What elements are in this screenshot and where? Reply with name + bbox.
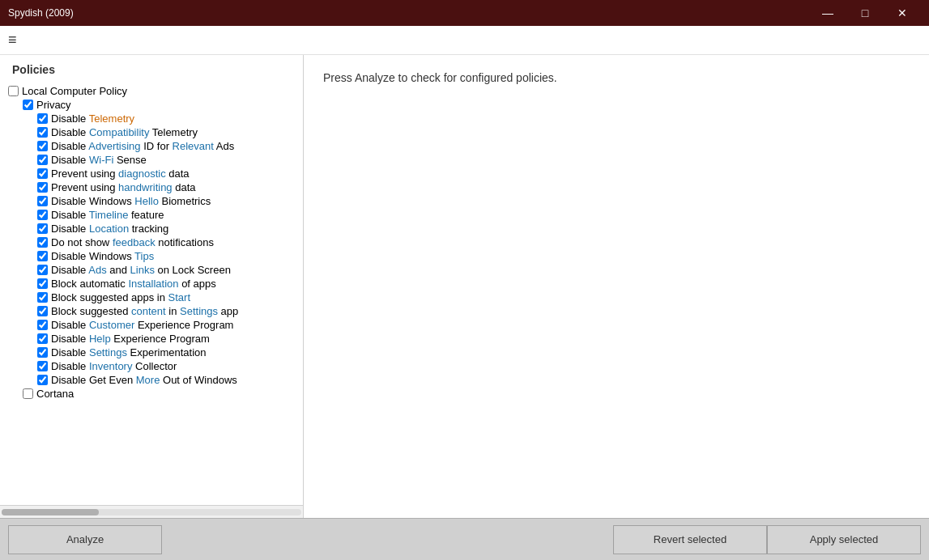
tree-item[interactable]: Disable Get Even More Out of Windows xyxy=(6,373,296,387)
policy-checkbox[interactable] xyxy=(37,375,48,385)
policy-tree[interactable]: Local Computer PolicyPrivacyDisable Tele… xyxy=(0,81,303,505)
tree-item[interactable]: Disable Timeline feature xyxy=(6,208,296,222)
analyze-prompt: Press Analyze to check for configured po… xyxy=(323,71,910,84)
tree-item[interactable]: Disable Wi-Fi Sense xyxy=(6,153,296,167)
policy-checkbox[interactable] xyxy=(23,388,33,399)
hscroll-thumb xyxy=(2,509,99,515)
policy-checkbox[interactable] xyxy=(37,113,48,124)
policy-checkbox[interactable] xyxy=(37,127,48,138)
tree-item[interactable]: Disable Ads and Links on Lock Screen xyxy=(6,263,296,277)
hscroll-track xyxy=(2,509,301,515)
policy-checkbox[interactable] xyxy=(37,251,48,261)
policy-checkbox[interactable] xyxy=(37,141,48,151)
revert-selected-button[interactable]: Revert selected xyxy=(613,525,767,554)
bottom-bar: Analyze Revert selected Apply selected xyxy=(0,518,929,560)
tree-item[interactable]: Disable Settings Experimentation xyxy=(6,346,296,359)
main-content: Policies Local Computer PolicyPrivacyDis… xyxy=(0,55,929,518)
policy-checkbox[interactable] xyxy=(37,347,48,358)
app-container: ≡ Policies Local Computer PolicyPrivacyD… xyxy=(0,26,929,560)
tree-item[interactable]: Disable Telemetry xyxy=(6,112,296,125)
tree-item[interactable]: Disable Compatibility Telemetry xyxy=(6,125,296,139)
policy-checkbox[interactable] xyxy=(37,168,48,179)
policy-checkbox[interactable] xyxy=(37,361,48,371)
tree-item[interactable]: Local Computer Policy xyxy=(6,84,296,98)
horizontal-scrollbar[interactable] xyxy=(0,505,303,518)
tree-item[interactable]: Block suggested apps in Start xyxy=(6,291,296,304)
menu-bar: ≡ xyxy=(0,26,929,55)
policies-header: Policies xyxy=(0,55,303,81)
hamburger-icon[interactable]: ≡ xyxy=(8,32,17,49)
policy-checkbox[interactable] xyxy=(37,196,48,206)
policy-checkbox[interactable] xyxy=(37,265,48,275)
policy-checkbox[interactable] xyxy=(37,278,48,289)
policy-checkbox[interactable] xyxy=(37,223,48,234)
tree-item[interactable]: Block automatic Installation of apps xyxy=(6,277,296,291)
left-panel: Policies Local Computer PolicyPrivacyDis… xyxy=(0,55,304,518)
tree-item[interactable]: Block suggested content in Settings app xyxy=(6,304,296,318)
tree-item[interactable]: Disable Location tracking xyxy=(6,222,296,235)
policy-checkbox[interactable] xyxy=(23,100,33,110)
tree-item[interactable]: Disable Help Experience Program xyxy=(6,332,296,346)
tree-item[interactable]: Do not show feedback notifications xyxy=(6,235,296,249)
close-button[interactable]: ✕ xyxy=(884,0,921,26)
policy-checkbox[interactable] xyxy=(37,333,48,344)
policy-checkbox[interactable] xyxy=(37,155,48,165)
tree-item[interactable]: Disable Advertising ID for Relevant Ads xyxy=(6,139,296,153)
policy-checkbox[interactable] xyxy=(37,237,48,248)
policy-checkbox[interactable] xyxy=(37,182,48,193)
tree-item[interactable]: Privacy xyxy=(6,98,296,112)
policy-checkbox[interactable] xyxy=(37,306,48,316)
policy-checkbox[interactable] xyxy=(37,292,48,303)
policy-checkbox[interactable] xyxy=(37,320,48,330)
policy-checkbox[interactable] xyxy=(8,86,19,96)
tree-item[interactable]: Prevent using diagnostic data xyxy=(6,167,296,180)
tree-item[interactable]: Disable Windows Tips xyxy=(6,249,296,263)
tree-item[interactable]: Disable Windows Hello Biometrics xyxy=(6,194,296,208)
tree-item[interactable]: Prevent using handwriting data xyxy=(6,180,296,194)
tree-item[interactable]: Disable Inventory Collector xyxy=(6,359,296,373)
title-bar: Spydish (2009) — □ ✕ xyxy=(0,0,929,26)
analyze-button[interactable]: Analyze xyxy=(8,525,162,554)
maximize-button[interactable]: □ xyxy=(846,0,884,26)
tree-item[interactable]: Disable Customer Experience Program xyxy=(6,318,296,332)
apply-selected-button[interactable]: Apply selected xyxy=(767,525,921,554)
window-controls: — □ ✕ xyxy=(809,0,921,26)
policy-checkbox[interactable] xyxy=(37,210,48,220)
right-panel: Press Analyze to check for configured po… xyxy=(304,55,929,518)
minimize-button[interactable]: — xyxy=(809,0,846,26)
tree-item[interactable]: Cortana xyxy=(6,387,296,401)
app-title: Spydish (2009) xyxy=(8,7,74,19)
